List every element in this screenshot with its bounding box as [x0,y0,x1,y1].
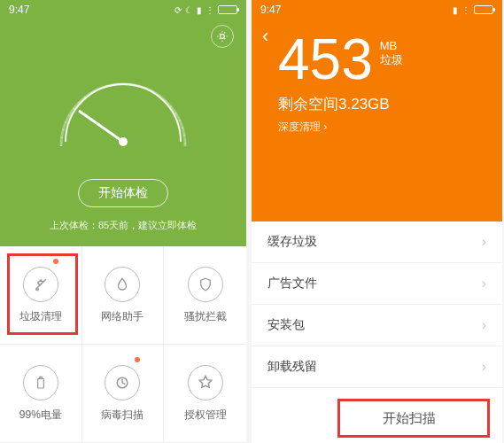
deep-clean-link[interactable]: 深度清理 › [252,120,502,135]
row-label: 缓存垃圾 [268,234,317,250]
back-button[interactable]: ‹ [262,25,268,48]
notification-dot [135,357,140,362]
gear-icon [216,30,229,43]
status-time: 9:47 [260,4,281,16]
cell-permissions[interactable]: 授权管理 [164,345,246,443]
feature-grid: 垃圾清理 网络助手 骚扰拦截 99%电量 病毒扫描 授权管理 [0,246,246,443]
trash-unit: MB [380,39,403,52]
wifi-icon: ⋮ [461,5,470,15]
scan-icon [105,365,140,400]
cell-network[interactable]: 网络助手 [82,246,165,345]
chevron-right-icon: › [482,276,486,291]
gauge-meter [43,40,203,164]
cell-label: 病毒扫描 [101,408,143,423]
signal-icon: ▮ [453,5,458,15]
cell-label: 骚扰拦截 [184,309,227,324]
row-ads[interactable]: 广告文件› [252,263,502,305]
status-bar: 9:47 ⟳ ☾ ▮ ⋮ [0,0,246,19]
status-icons: ▮ ⋮ [453,5,493,15]
star-icon [188,365,223,400]
row-cache[interactable]: 缓存垃圾› [252,222,502,263]
battery-icon [474,5,493,14]
trash-summary-panel: ‹ 453 MB 垃圾 剩余空间3.23GB 深度清理 › [252,0,502,222]
status-time: 9:47 [9,4,29,16]
cell-label: 99%电量 [19,408,62,423]
battery-icon [23,365,58,400]
row-apk[interactable]: 安装包› [252,305,502,346]
svg-rect-3 [39,377,42,378]
last-check-text: 上次体检：85天前，建议立即体检 [0,219,246,232]
cell-label: 授权管理 [184,408,227,423]
start-check-button[interactable]: 开始体检 [78,179,168,207]
svg-line-6 [122,383,125,385]
notification-dot [53,259,58,264]
cell-battery[interactable]: 99%电量 [0,345,82,443]
signal-icon: ▮ [197,5,202,15]
row-residual[interactable]: 卸载残留› [252,346,502,388]
trash-size-number: 453 [278,27,373,92]
cell-virus[interactable]: 病毒扫描 [82,345,165,443]
cell-label: 网络助手 [101,309,143,324]
settings-button[interactable] [211,25,234,48]
drop-icon [105,267,140,302]
chevron-right-icon: › [482,359,486,375]
chevron-right-icon: › [482,317,486,333]
trash-unit-sub: 垃圾 [380,52,403,68]
gauge-panel: 开始体检 上次体检：85天前，建议立即体检 [0,0,246,246]
cell-trash-clean[interactable]: 垃圾清理 [0,246,82,345]
sync-icon: ⟳ [174,5,182,15]
cell-block[interactable]: 骚扰拦截 [164,246,246,345]
start-scan-button[interactable]: 开始扫描 [331,400,486,436]
brush-icon [23,267,58,302]
svg-rect-2 [37,378,43,388]
chevron-right-icon: › [323,120,327,133]
row-label: 卸载残留 [268,359,317,375]
chevron-right-icon: › [482,234,486,250]
status-bar: 9:47 ▮ ⋮ [252,0,502,19]
cell-label: 垃圾清理 [19,309,62,324]
status-icons: ⟳ ☾ ▮ ⋮ [174,5,237,15]
battery-icon [218,5,237,14]
cleaner-screen: 9:47 ▮ ⋮ ‹ 453 MB 垃圾 剩余空间3.23GB 深度清理 › 缓… [252,0,502,443]
svg-line-1 [79,111,123,142]
row-label: 广告文件 [268,276,317,291]
row-label: 安装包 [268,317,305,333]
moon-icon: ☾ [185,5,193,15]
shield-icon [188,267,223,302]
security-center-screen: 9:47 ⟳ ☾ ▮ ⋮ 开始体检 [0,0,246,443]
wifi-icon: ⋮ [205,5,214,15]
category-list: 缓存垃圾› 广告文件› 安装包› 卸载残留› [252,222,502,388]
free-space-text: 剩余空间3.23GB [252,94,502,114]
